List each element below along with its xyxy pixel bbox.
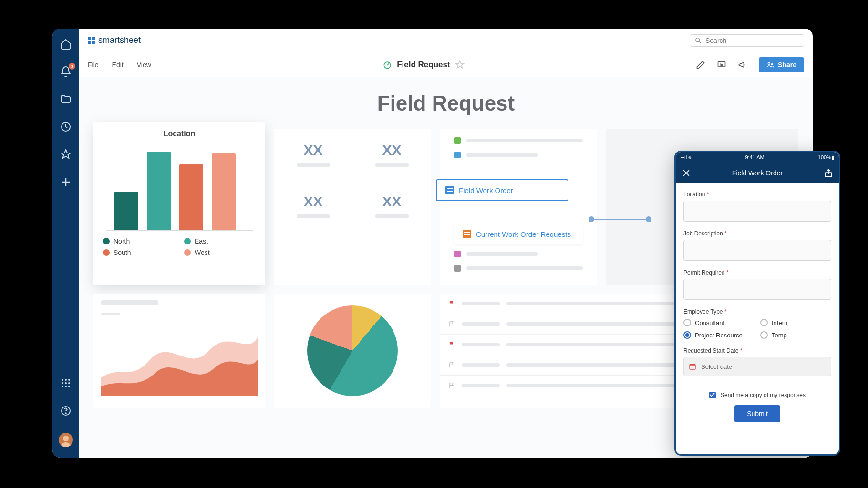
- present-icon[interactable]: [717, 60, 726, 70]
- legend-label: West: [195, 249, 210, 256]
- svg-point-9: [68, 386, 70, 387]
- sheet-icon: [463, 230, 471, 238]
- add-icon[interactable]: [60, 176, 72, 188]
- radio-option[interactable]: Consultant: [683, 319, 754, 326]
- share-icon[interactable]: [824, 168, 833, 178]
- bar-east: [147, 152, 171, 230]
- announce-icon[interactable]: [738, 60, 747, 70]
- battery-icon: ▮: [831, 154, 834, 161]
- placeholder-line: [375, 163, 409, 167]
- legend-item: North: [103, 237, 175, 245]
- svg-point-1: [62, 379, 63, 381]
- flag-icon: [448, 321, 455, 327]
- svg-point-8: [65, 386, 67, 387]
- area-chart-svg: [101, 324, 258, 396]
- home-icon[interactable]: [60, 38, 72, 50]
- phone-time: 9:41 AM: [692, 154, 818, 160]
- permit-input[interactable]: [683, 279, 831, 300]
- menu-edit[interactable]: Edit: [112, 61, 124, 69]
- svg-point-11: [65, 413, 66, 414]
- field-label: Requested Start Date: [683, 347, 738, 354]
- stat-panel: XX XX XX XX: [274, 129, 431, 285]
- svg-rect-18: [690, 364, 695, 369]
- search-input[interactable]: [705, 37, 799, 44]
- svg-point-5: [65, 382, 67, 384]
- connector-line: [591, 219, 649, 220]
- field-label: Location: [683, 191, 705, 198]
- folder-icon[interactable]: [60, 93, 72, 105]
- placeholder-line: [375, 214, 409, 218]
- current-work-order-link[interactable]: Current Work Order Requests: [454, 224, 583, 244]
- people-icon: [766, 61, 774, 69]
- svg-point-4: [62, 382, 63, 384]
- phone-header: Field Work Order: [676, 163, 839, 183]
- radio-option[interactable]: Project Resource: [683, 331, 754, 339]
- placeholder-line: [466, 252, 538, 256]
- location-chart-card: Location North East South West: [93, 122, 265, 285]
- user-avatar[interactable]: [59, 433, 73, 447]
- stat-value: XX: [375, 193, 409, 210]
- toolbar-title: Field Request: [165, 60, 682, 70]
- help-icon[interactable]: [60, 405, 72, 417]
- legend-item: West: [184, 249, 256, 256]
- signal-icon: ••ıl ⎈: [681, 154, 692, 160]
- flag-icon: [448, 300, 455, 307]
- recents-icon[interactable]: [60, 121, 72, 132]
- bar-north: [114, 192, 138, 230]
- svg-point-12: [696, 38, 700, 41]
- battery-status: 100%: [818, 154, 831, 160]
- logo-text: smartsheet: [98, 35, 141, 45]
- placeholder-line: [466, 139, 583, 142]
- svg-point-15: [768, 62, 770, 64]
- pie-chart: [307, 305, 398, 396]
- start-date-input[interactable]: Select date: [683, 357, 831, 376]
- close-icon[interactable]: [682, 168, 691, 178]
- logo-mark-icon: [88, 37, 95, 44]
- date-placeholder: Select date: [701, 363, 732, 370]
- svg-point-3: [68, 379, 70, 381]
- search-box[interactable]: [690, 34, 804, 47]
- sidebar: 3: [52, 29, 79, 458]
- toolbar: File Edit View Field Request Share: [79, 52, 813, 77]
- stat-value: XX: [375, 142, 409, 158]
- phone-title: Field Work Order: [691, 169, 824, 177]
- stat-value: XX: [297, 142, 330, 158]
- submit-button[interactable]: Submit: [734, 405, 780, 422]
- logo[interactable]: smartsheet: [88, 35, 141, 45]
- field-label: Permit Required: [683, 269, 725, 276]
- menu-file[interactable]: File: [88, 61, 99, 69]
- star-icon[interactable]: [455, 60, 465, 70]
- bar-south: [179, 164, 203, 230]
- area-chart-placeholder: [93, 294, 265, 408]
- job-description-input[interactable]: [683, 240, 831, 261]
- location-input[interactable]: [683, 201, 831, 222]
- share-button[interactable]: Share: [759, 57, 804, 72]
- placeholder-line: [466, 153, 538, 157]
- calendar-icon: [689, 363, 696, 370]
- edit-icon[interactable]: [696, 60, 705, 70]
- apps-icon[interactable]: [60, 377, 72, 389]
- flag-icon: [448, 382, 455, 389]
- work-order-panel: Field Work Order Current Work Order Requ…: [440, 129, 597, 285]
- field-work-order-link[interactable]: Field Work Order: [436, 179, 568, 201]
- copy-label: Send me a copy of my responses: [721, 392, 806, 398]
- radio-option[interactable]: Intern: [760, 319, 831, 326]
- legend-item: South: [103, 249, 175, 256]
- svg-point-16: [771, 63, 773, 64]
- stat-value: XX: [297, 193, 330, 210]
- doc-title: Field Request: [397, 60, 450, 70]
- field-label: Job Description: [683, 230, 723, 237]
- page-title: Field Request: [93, 92, 798, 115]
- copy-responses-row[interactable]: Send me a copy of my responses: [683, 392, 831, 398]
- legend-label: East: [195, 237, 208, 245]
- location-chart-title: Location: [103, 130, 256, 138]
- search-icon: [695, 37, 702, 44]
- share-label: Share: [778, 61, 796, 69]
- menu-view[interactable]: View: [137, 61, 151, 69]
- field-label: Employee Type: [683, 308, 723, 315]
- favorites-icon[interactable]: [60, 149, 72, 160]
- radio-option[interactable]: Temp: [760, 331, 831, 339]
- flag-icon: [448, 362, 455, 368]
- wo-link-label: Field Work Order: [459, 186, 513, 194]
- radio-label: Project Resource: [695, 332, 743, 339]
